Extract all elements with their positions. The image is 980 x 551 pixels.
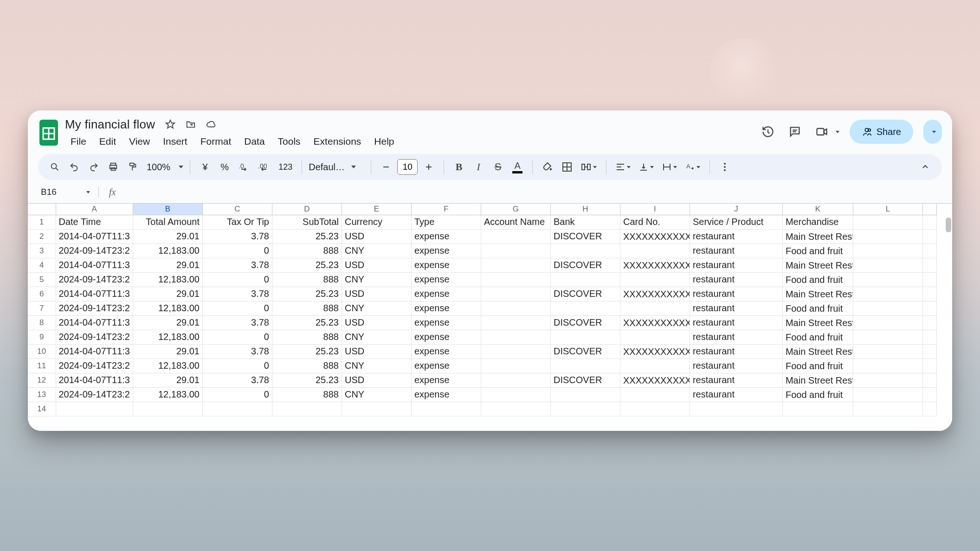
column-header-D[interactable]: D: [272, 204, 342, 215]
star-icon[interactable]: [164, 118, 176, 130]
history-icon[interactable]: [760, 123, 776, 140]
cell[interactable]: 0: [202, 330, 272, 344]
column-header-F[interactable]: F: [411, 204, 481, 215]
cell[interactable]: 2024-09-14T23:2: [56, 272, 133, 287]
cell[interactable]: XXXXXXXXXXX: [620, 229, 690, 243]
cell[interactable]: [853, 330, 922, 344]
cell[interactable]: XXXXXXXXXXX: [620, 315, 690, 330]
increase-decimal-icon[interactable]: .00: [255, 159, 273, 175]
document-title[interactable]: My financial flow: [65, 117, 155, 132]
cell[interactable]: 2014-04-07T11:3: [56, 315, 133, 330]
cell[interactable]: Main Street Restaurant: [782, 229, 853, 243]
column-header-K[interactable]: K: [782, 204, 853, 215]
cell[interactable]: [853, 301, 922, 315]
column-header-G[interactable]: G: [481, 204, 550, 215]
comments-icon[interactable]: [787, 123, 803, 140]
cell[interactable]: expense: [411, 387, 481, 402]
cell[interactable]: [922, 387, 936, 402]
menu-view[interactable]: View: [123, 134, 155, 149]
column-header-extra[interactable]: [922, 204, 936, 215]
print-icon[interactable]: [105, 159, 122, 175]
cell[interactable]: 2014-04-07T11:3: [56, 373, 133, 387]
cell[interactable]: CNY: [342, 243, 411, 258]
cell[interactable]: Food and fruit: [782, 243, 853, 258]
header-cell[interactable]: Tax Or Tip: [202, 215, 272, 229]
cell[interactable]: expense: [411, 373, 481, 387]
cell[interactable]: 12,183.00: [133, 387, 202, 402]
cell[interactable]: Main Street Restaurant: [782, 287, 853, 301]
cell[interactable]: 2024-09-14T23:2: [56, 301, 133, 315]
column-header-B[interactable]: B: [133, 204, 202, 215]
borders-button[interactable]: [559, 159, 575, 175]
cell[interactable]: [620, 272, 690, 287]
cell[interactable]: DISCOVER: [550, 373, 620, 387]
cell[interactable]: expense: [411, 243, 481, 258]
cell[interactable]: restaurant: [690, 272, 782, 287]
cell[interactable]: [481, 330, 550, 344]
cell[interactable]: expense: [411, 287, 481, 301]
cell[interactable]: Food and fruit: [782, 387, 853, 402]
format-currency-button[interactable]: ¥: [197, 159, 213, 175]
cell[interactable]: USD: [342, 287, 411, 301]
cell[interactable]: [853, 315, 922, 330]
cloud-status-icon[interactable]: [205, 118, 217, 130]
cell[interactable]: 29.01: [133, 373, 202, 387]
move-icon[interactable]: [185, 118, 197, 130]
cell[interactable]: 888: [272, 359, 342, 373]
cell[interactable]: 888: [272, 272, 342, 287]
cell[interactable]: [853, 215, 922, 229]
cell[interactable]: [922, 330, 936, 344]
header-cell[interactable]: Currency: [342, 215, 411, 229]
cell[interactable]: [481, 359, 550, 373]
bold-button[interactable]: B: [451, 159, 467, 175]
name-box[interactable]: B16: [34, 185, 95, 199]
cell[interactable]: expense: [411, 359, 481, 373]
cell[interactable]: [922, 359, 936, 373]
cell[interactable]: [922, 272, 936, 287]
cell[interactable]: [853, 402, 922, 416]
cell[interactable]: [782, 402, 853, 416]
column-header-A[interactable]: A: [56, 204, 133, 215]
cell[interactable]: XXXXXXXXXXX: [620, 287, 690, 301]
row-header[interactable]: 7: [28, 301, 56, 315]
cell[interactable]: [922, 301, 936, 315]
row-header[interactable]: 11: [28, 359, 56, 373]
text-wrap-button[interactable]: [659, 159, 680, 175]
header-cell[interactable]: Merchandise: [782, 215, 853, 229]
cell[interactable]: 29.01: [133, 287, 202, 301]
cell[interactable]: [620, 359, 690, 373]
column-header-L[interactable]: L: [853, 204, 922, 215]
cell[interactable]: 12,183.00: [133, 359, 202, 373]
cell[interactable]: 3.78: [202, 315, 272, 330]
header-cell[interactable]: Date Time: [56, 215, 133, 229]
cell[interactable]: 2024-09-14T23:2: [56, 243, 133, 258]
cell[interactable]: 3.78: [202, 229, 272, 243]
cell[interactable]: restaurant: [690, 330, 782, 344]
cell[interactable]: DISCOVER: [550, 287, 620, 301]
cell[interactable]: 25.23: [272, 258, 342, 272]
cell[interactable]: [853, 373, 922, 387]
cell[interactable]: DISCOVER: [550, 344, 620, 359]
cell[interactable]: restaurant: [690, 344, 782, 359]
cell[interactable]: 888: [272, 243, 342, 258]
cell[interactable]: 12,183.00: [133, 301, 202, 315]
cell[interactable]: [922, 402, 936, 416]
cell[interactable]: 12,183.00: [133, 243, 202, 258]
cell[interactable]: Main Street Restaurant: [782, 315, 853, 330]
cell[interactable]: [481, 272, 550, 287]
name-box-dropdown-icon[interactable]: [86, 191, 90, 193]
cell[interactable]: expense: [411, 344, 481, 359]
cell[interactable]: [133, 402, 202, 416]
text-rotation-button[interactable]: A: [683, 159, 703, 175]
cell[interactable]: [853, 272, 922, 287]
column-header-C[interactable]: C: [202, 204, 272, 215]
cell[interactable]: 2014-04-07T11:3: [56, 229, 133, 243]
header-cell[interactable]: Type: [411, 215, 481, 229]
menu-data[interactable]: Data: [239, 134, 270, 149]
cell[interactable]: [690, 402, 782, 416]
cell[interactable]: [922, 215, 936, 229]
cell[interactable]: [272, 402, 342, 416]
meet-icon[interactable]: [813, 123, 830, 140]
cell[interactable]: Food and fruit: [782, 301, 853, 315]
cell[interactable]: USD: [342, 373, 411, 387]
